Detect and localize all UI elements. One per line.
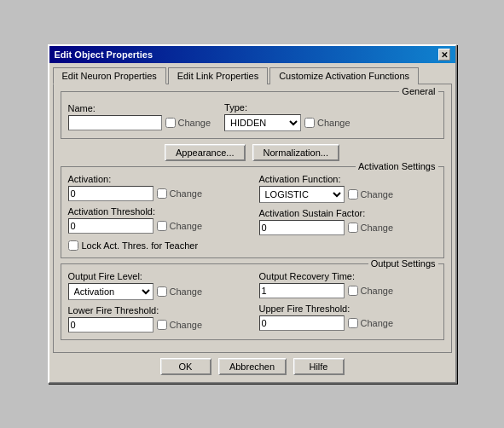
output-grid: Output Fire Level: Activation Binary Lin…	[68, 271, 437, 333]
sustain-change-checkbox[interactable]	[348, 223, 358, 233]
title-bar: Edit Object Properties ✕	[49, 46, 455, 63]
activation-function-change-checkbox[interactable]	[348, 189, 358, 200]
type-field-row: HIDDEN INPUT OUTPUT BIAS Change	[224, 114, 350, 131]
upper-threshold-label: Upper Fire Threshold:	[259, 304, 437, 314]
recovery-change-checkbox[interactable]	[348, 286, 358, 296]
threshold-label: Activation Threshold:	[68, 206, 246, 217]
content-area: General Name: Change	[53, 84, 452, 353]
fire-level-change-checkbox[interactable]	[157, 286, 167, 297]
general-label: General	[399, 86, 437, 96]
recovery-input[interactable]	[259, 283, 345, 298]
sustain-label: Activation Sustain Factor:	[259, 208, 437, 218]
tab-customize-activation[interactable]: Customize Activation Functions	[269, 67, 419, 84]
lower-threshold-change-checkbox[interactable]	[157, 320, 167, 330]
threshold-input[interactable]	[68, 218, 154, 234]
lower-threshold-row: Change	[68, 317, 246, 333]
name-change-checkbox[interactable]	[165, 118, 176, 128]
ok-button[interactable]: OK	[160, 358, 211, 375]
activation-function-label: Activation Function:	[259, 174, 437, 184]
bottom-bar: OK Abbrechen Hilfe	[53, 353, 452, 379]
name-input[interactable]	[68, 115, 162, 130]
help-button[interactable]: Hilfe	[293, 358, 345, 375]
activation-function-select[interactable]: LOGISTIC LINEAR TANH STEP	[259, 186, 345, 203]
window-body: Edit Neuron Properties Edit Link Propert…	[49, 63, 455, 382]
activation-field-row: Change	[68, 186, 246, 201]
upper-threshold-change: Change	[348, 318, 394, 328]
lock-label: Lock Act. Thres. for Teacher	[82, 240, 199, 251]
general-group: General Name: Change	[61, 91, 444, 139]
recovery-group: Output Recovery Time: Change	[259, 271, 437, 298]
output-col-left: Output Fire Level: Activation Binary Lin…	[68, 271, 246, 333]
appearance-normalization-row: Appearance... Normalization...	[61, 144, 444, 161]
lock-row: Lock Act. Thres. for Teacher	[68, 240, 437, 251]
activation-settings-label: Activation Settings	[356, 161, 438, 171]
fire-level-label: Output Fire Level:	[68, 271, 246, 281]
recovery-row: Change	[259, 283, 437, 298]
window-title: Edit Object Properties	[55, 49, 154, 60]
name-label: Name:	[68, 103, 211, 113]
normalization-button[interactable]: Normalization...	[252, 144, 339, 161]
threshold-field-group: Activation Threshold: Change	[68, 206, 246, 234]
fire-level-change: Change	[157, 286, 203, 297]
upper-threshold-group: Upper Fire Threshold: Change	[259, 304, 437, 331]
fire-level-row: Activation Binary Linear Change	[68, 283, 246, 300]
activation-input[interactable]	[68, 186, 154, 201]
fire-level-select[interactable]: Activation Binary Linear	[68, 283, 154, 300]
upper-threshold-input[interactable]	[259, 315, 345, 331]
activation-function-row: LOGISTIC LINEAR TANH STEP Change	[259, 186, 437, 203]
activation-col-left: Activation: Change Activation Threshold:	[68, 174, 246, 235]
name-field-group: Name: Change	[68, 103, 211, 130]
output-settings-label: Output Settings	[368, 258, 438, 269]
sustain-field-group: Activation Sustain Factor: Change	[259, 208, 437, 235]
threshold-change-checkbox[interactable]	[157, 221, 167, 231]
output-settings-group: Output Settings Output Fire Level: Activ…	[61, 263, 444, 340]
lower-threshold-change: Change	[157, 320, 203, 330]
recovery-change: Change	[348, 286, 394, 296]
cancel-button[interactable]: Abbrechen	[218, 358, 287, 375]
lower-threshold-label: Lower Fire Threshold:	[68, 305, 246, 315]
fire-level-group: Output Fire Level: Activation Binary Lin…	[68, 271, 246, 300]
sustain-field-row: Change	[259, 220, 437, 235]
activation-function-group: Activation Function: LOGISTIC LINEAR TAN…	[259, 174, 437, 203]
sustain-input[interactable]	[259, 220, 345, 235]
activation-change: Change	[157, 188, 203, 199]
tab-bar: Edit Neuron Properties Edit Link Propert…	[53, 67, 452, 84]
type-field-group: Type: HIDDEN INPUT OUTPUT BIAS Change	[224, 102, 350, 131]
activation-grid: Activation: Change Activation Threshold:	[68, 174, 437, 235]
name-change-label: Change	[165, 118, 211, 128]
lock-checkbox[interactable]	[68, 240, 78, 251]
edit-object-properties-window: Edit Object Properties ✕ Edit Neuron Pro…	[48, 44, 457, 384]
recovery-label: Output Recovery Time:	[259, 271, 437, 281]
appearance-button[interactable]: Appearance...	[165, 144, 246, 161]
activation-label: Activation:	[68, 174, 246, 184]
activation-function-change: Change	[348, 189, 394, 200]
type-label: Type:	[224, 102, 350, 113]
upper-threshold-row: Change	[259, 315, 437, 331]
lower-threshold-input[interactable]	[68, 317, 154, 333]
tab-edit-link[interactable]: Edit Link Properties	[168, 67, 268, 84]
output-col-right: Output Recovery Time: Change Upper Fire …	[259, 271, 437, 333]
type-change-label: Change	[304, 118, 350, 128]
sustain-change: Change	[348, 223, 394, 233]
activation-field-group: Activation: Change	[68, 174, 246, 201]
tab-edit-neuron[interactable]: Edit Neuron Properties	[53, 67, 166, 84]
name-field-row: Change	[68, 115, 211, 130]
type-change-checkbox[interactable]	[304, 118, 315, 128]
close-button[interactable]: ✕	[438, 49, 450, 61]
upper-threshold-change-checkbox[interactable]	[348, 318, 358, 328]
activation-change-checkbox[interactable]	[157, 188, 167, 199]
lower-threshold-group: Lower Fire Threshold: Change	[68, 305, 246, 333]
activation-col-right: Activation Function: LOGISTIC LINEAR TAN…	[259, 174, 437, 235]
general-row: Name: Change Type:	[68, 102, 437, 131]
type-select[interactable]: HIDDEN INPUT OUTPUT BIAS	[224, 114, 301, 131]
activation-settings-group: Activation Settings Activation: Change	[61, 166, 444, 258]
threshold-change: Change	[157, 221, 203, 231]
threshold-field-row: Change	[68, 218, 246, 234]
